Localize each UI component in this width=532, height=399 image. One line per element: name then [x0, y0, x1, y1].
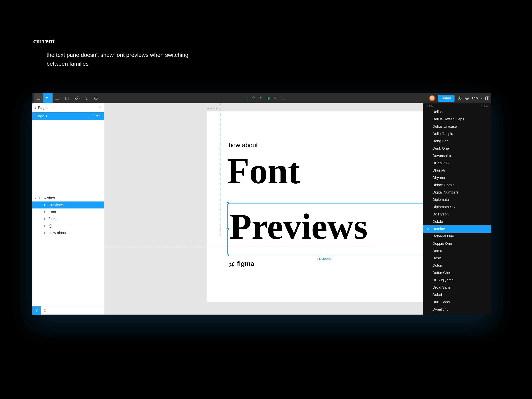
text-howabout[interactable]: how about: [228, 142, 258, 149]
font-option[interactable]: DengXian: [423, 138, 491, 145]
canvas-frame-label[interactable]: wishes: [207, 106, 217, 110]
text-previews[interactable]: Previews: [228, 203, 434, 245]
font-option[interactable]: Dosis: [423, 254, 491, 262]
selection-bounds[interactable]: Previews: [228, 203, 434, 255]
page-name: Page 1: [36, 114, 47, 118]
font-option[interactable]: Devonshire: [423, 152, 491, 159]
text-layer-icon: T: [43, 210, 46, 214]
instance-icon[interactable]: [251, 96, 256, 101]
layer-item[interactable]: TFont: [32, 209, 104, 215]
properties-peek: X 181 Y 532: [423, 103, 491, 108]
hamburger-menu-button[interactable]: [34, 93, 43, 103]
component-icon[interactable]: [244, 96, 248, 101]
font-option[interactable]: Diplomata SC: [423, 203, 491, 211]
font-option[interactable]: Denk One: [423, 145, 491, 152]
resize-handle[interactable]: [227, 202, 228, 204]
font-option[interactable]: Delius Swash Caps: [423, 115, 491, 123]
svg-rect-11: [275, 98, 277, 100]
frame-tool-button[interactable]: ▾: [53, 93, 62, 103]
font-option[interactable]: Dokdo: [423, 218, 491, 225]
figma-window: ▾ ▾ ▾ ▾ T: [32, 93, 491, 315]
pages-label: Pages: [38, 106, 48, 110]
font-option[interactable]: Dhurjati: [423, 167, 491, 174]
chevron-down-icon: ▾: [69, 97, 70, 100]
comment-icon: [94, 96, 98, 101]
layer-label: Previews: [49, 203, 63, 207]
font-option[interactable]: Dhyana: [423, 174, 491, 181]
font-option[interactable]: Dynalight: [423, 306, 491, 313]
rectangle-icon: [65, 96, 69, 101]
text-icon: T: [85, 96, 89, 101]
shape-tool-button[interactable]: ▾: [63, 93, 72, 103]
boolean-icon[interactable]: [273, 96, 278, 101]
font-family-dropdown[interactable]: X 181 Y 532 DeliusDelius Swash CapsDeliu…: [423, 103, 491, 315]
pen-tool-button[interactable]: ▾: [73, 93, 82, 103]
assets-tab-button[interactable]: [41, 306, 49, 315]
component-diamond-icon[interactable]: [259, 96, 263, 101]
book-icon[interactable]: [485, 96, 489, 101]
layers-panel: wishes TPreviewsTFontTfigmaT@THow about: [32, 193, 104, 238]
font-option[interactable]: Domine: [423, 225, 491, 233]
font-option[interactable]: Diplomata: [423, 196, 491, 203]
selection-dimensions: 1134×285: [317, 257, 332, 261]
chevron-down-icon: ▾: [481, 97, 482, 100]
layer-item[interactable]: TPreviews: [32, 202, 104, 209]
layer-item[interactable]: THow about: [32, 229, 104, 236]
layer-item[interactable]: Tfigma: [32, 215, 104, 222]
font-option[interactable]: Do Hyeon: [423, 211, 491, 218]
text-layer-icon: T: [43, 231, 46, 235]
chevron-down-icon: ▾: [59, 97, 61, 100]
layers-tab-button[interactable]: [32, 306, 41, 315]
font-option[interactable]: Didact Gothic: [423, 181, 491, 189]
resize-handle[interactable]: [227, 228, 228, 230]
play-icon[interactable]: [457, 96, 462, 101]
font-option[interactable]: Dr Sugiyama: [423, 277, 491, 284]
font-option[interactable]: Droid Sans: [423, 284, 491, 291]
text-at[interactable]: @: [228, 261, 235, 268]
toolbar-right: Share 62% ▾: [429, 95, 489, 102]
left-panel: Pages + Page 1 1 of 1 wishes TPreviewsTF…: [32, 103, 104, 315]
slide-title: current: [33, 37, 55, 45]
canvas[interactable]: wishes how about Font Previews 1134×285 …: [104, 103, 491, 315]
page-count: 1 of 1: [93, 114, 101, 118]
pen-icon: [75, 96, 79, 101]
layer-label: @: [49, 224, 52, 228]
font-option[interactable]: Della Respira: [423, 130, 491, 138]
page-row[interactable]: Page 1 1 of 1: [32, 112, 104, 120]
layer-item[interactable]: T@: [32, 222, 104, 229]
eye-icon[interactable]: [465, 96, 469, 101]
text-tool-button[interactable]: T: [83, 93, 91, 103]
move-tool-button[interactable]: ▾: [43, 93, 52, 103]
font-option[interactable]: Dotum: [423, 262, 491, 269]
frame-name: wishes: [44, 196, 55, 200]
add-page-button[interactable]: +: [99, 105, 101, 110]
crop-icon[interactable]: [281, 96, 285, 101]
cursor-icon: [45, 96, 49, 101]
avatar[interactable]: [429, 95, 435, 101]
font-option[interactable]: Doppio One: [423, 240, 491, 247]
text-figma[interactable]: figma: [237, 260, 254, 267]
font-option[interactable]: Dorsa: [423, 247, 491, 254]
zoom-level[interactable]: 62% ▾: [472, 96, 482, 101]
resize-handle[interactable]: [227, 254, 228, 256]
share-button[interactable]: Share: [438, 95, 455, 102]
font-option[interactable]: Dubai: [423, 291, 491, 298]
caret-icon: [35, 106, 38, 110]
comment-tool-button[interactable]: [92, 93, 100, 103]
font-option[interactable]: Duru Sans: [423, 298, 491, 306]
font-option[interactable]: Digital Numbers: [423, 189, 491, 196]
font-option[interactable]: DotumChe: [423, 269, 491, 277]
font-option[interactable]: Delius Unicase: [423, 123, 491, 130]
svg-point-13: [467, 98, 468, 99]
pages-header[interactable]: Pages +: [32, 103, 104, 112]
font-option[interactable]: DFKai-SB: [423, 159, 491, 167]
font-option[interactable]: Delius: [423, 108, 491, 115]
layer-label: How about: [49, 231, 66, 235]
text-font[interactable]: Font: [227, 150, 300, 192]
left-footer: [32, 306, 104, 315]
layer-frame-root[interactable]: wishes: [32, 195, 104, 202]
font-option[interactable]: Donegal One: [423, 233, 491, 240]
mask-icon[interactable]: [266, 96, 270, 101]
svg-rect-7: [65, 97, 68, 100]
frame-icon: [55, 96, 59, 101]
